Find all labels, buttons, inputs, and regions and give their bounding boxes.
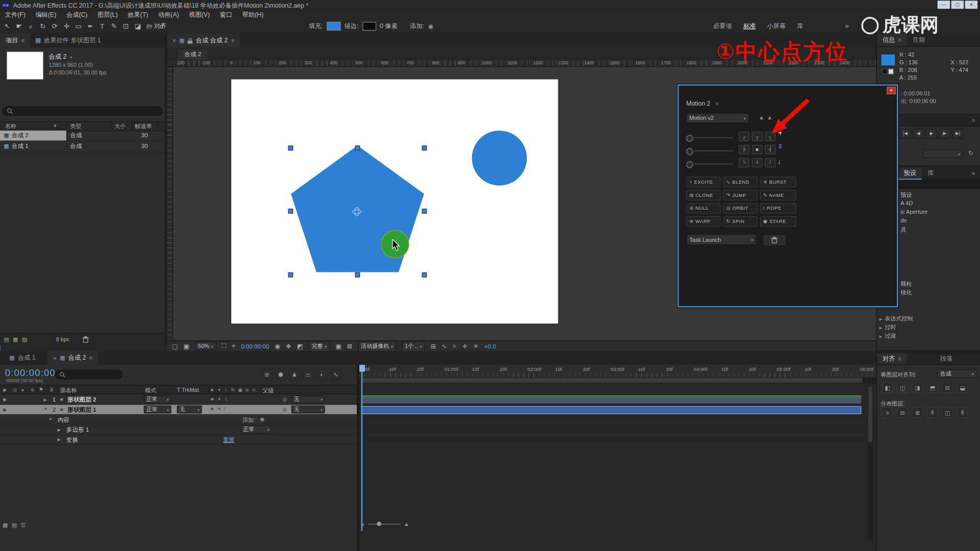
zoom-slider-track[interactable]: [368, 523, 401, 524]
project-row[interactable]: ▦合成 1合成30: [0, 141, 165, 152]
effects-item-fragment[interactable]: 锐化: [900, 289, 912, 297]
task-launch-select[interactable]: Task Launch ▾: [686, 234, 756, 245]
shape-tool-icon[interactable]: ▭: [72, 20, 84, 33]
current-time-indicator-head[interactable]: [359, 365, 365, 371]
show-snapshot-icon[interactable]: ❖: [286, 343, 291, 349]
trash-icon[interactable]: [82, 336, 88, 342]
clone-stamp-tool-icon[interactable]: ⊡: [120, 20, 132, 33]
motion-version-select[interactable]: Motion v2 ▾: [686, 113, 748, 123]
interpret-footage-icon[interactable]: ▤: [4, 336, 9, 342]
twirl-open-icon[interactable]: ▼: [49, 417, 53, 421]
transform-reset-link[interactable]: 重置: [223, 436, 234, 444]
distribute-bottom-icon[interactable]: ≣: [912, 407, 923, 418]
project-depth-label[interactable]: 8 bpc: [56, 336, 70, 342]
first-frame-button[interactable]: |◀: [899, 129, 911, 139]
composition-canvas[interactable]: [231, 80, 558, 324]
twirl-icon[interactable]: ▶: [879, 325, 883, 330]
motion-null-button[interactable]: ⊘NULL: [686, 203, 720, 214]
tab-composition-viewer[interactable]: × ▦ 合成 合成 2 ≡: [167, 34, 240, 47]
pan-behind-tool-icon[interactable]: ✛: [61, 20, 72, 33]
resolution-select[interactable]: 完整▾: [308, 341, 330, 352]
slider-knob[interactable]: [686, 148, 693, 155]
motion-slider[interactable]: [686, 147, 733, 155]
panel-menu-icon[interactable]: ≡: [715, 101, 718, 107]
pen-tool-icon[interactable]: ✒: [84, 20, 96, 33]
effects-item-fragment[interactable]: ic Aperture: [900, 209, 927, 215]
maximize-button[interactable]: ▢: [951, 1, 964, 9]
hand-tool-icon[interactable]: ☛: [13, 20, 25, 33]
create-folder-icon[interactable]: ▦: [13, 336, 18, 342]
motion-burst-button[interactable]: ✳BURST: [760, 177, 796, 188]
add-target-icon[interactable]: ◉: [260, 417, 264, 422]
workspace-2[interactable]: 小屏幕: [761, 22, 791, 31]
workspace-overflow[interactable]: »: [845, 22, 849, 30]
create-comp-icon[interactable]: ▨: [22, 336, 27, 342]
layer-mode-select[interactable]: 正常▾: [144, 395, 172, 404]
panel-menu-icon[interactable]: ≡: [21, 37, 24, 43]
distribute-left-icon[interactable]: ⫴: [927, 407, 938, 418]
slider-knob[interactable]: [686, 161, 693, 168]
twirl-closed-icon[interactable]: ▶: [58, 428, 61, 432]
grid-guides-icon[interactable]: ⌖: [232, 342, 235, 350]
layer-mode-select[interactable]: 正常▾: [144, 406, 172, 414]
stroke-swatch[interactable]: [362, 22, 376, 31]
layer2-duration-bar[interactable]: [361, 406, 862, 414]
motion-name-button[interactable]: ✎NAME: [760, 190, 796, 201]
composition-name[interactable]: 合成 2 ▾: [49, 53, 72, 61]
motion-clone-button[interactable]: ⊞CLONE: [686, 190, 720, 201]
distribute-center-h-icon[interactable]: ◫: [942, 407, 953, 418]
mini-flowchart-icon[interactable]: ⊞: [261, 369, 273, 380]
rotation-tool-icon[interactable]: ⟳: [49, 20, 61, 33]
timeline-layer-row[interactable]: ◉▼2★形状图层 1正常▾无▾♣✦∕◎无▾: [0, 405, 357, 415]
panel-menu-icon[interactable]: ≡: [972, 117, 975, 123]
menu-layer[interactable]: 图层(L): [92, 10, 122, 19]
motion-slider[interactable]: [686, 161, 733, 168]
column-type[interactable]: 类型: [70, 122, 81, 131]
label-color-icon[interactable]: ⚑: [39, 387, 43, 392]
motion-warp-button[interactable]: ≋WARP: [686, 216, 720, 227]
twirl-open-icon[interactable]: ▼: [44, 407, 47, 411]
motion-blur-icon[interactable]: ◐: [316, 369, 328, 380]
snapshot-icon[interactable]: ◉: [275, 343, 280, 349]
exposure-value[interactable]: +0.0: [484, 343, 496, 349]
anchor-middle-left-button[interactable]: ├: [739, 145, 749, 154]
effects-category[interactable]: ▶过时: [879, 323, 896, 332]
layer-parent-select[interactable]: 无▾: [291, 395, 325, 404]
menu-edit[interactable]: 编辑(E): [31, 10, 61, 19]
layer-parent-select[interactable]: 无▾: [291, 406, 325, 414]
timeline-scrollbar-thumb[interactable]: [868, 386, 873, 442]
project-row[interactable]: ▦合成 2合成30: [0, 131, 165, 141]
toggle-viewer-icon[interactable]: ▢: [172, 343, 178, 349]
menu-effect[interactable]: 效果(T): [122, 10, 153, 19]
exposure-icon[interactable]: ☀: [473, 343, 479, 349]
roi-icon[interactable]: ⛶: [222, 342, 227, 350]
anchor-top-left-button[interactable]: ┌: [739, 132, 749, 141]
tab-effect-controls[interactable]: 效果控件 形状图层 1: [30, 34, 107, 47]
region-of-interest-icon[interactable]: ▣: [335, 343, 341, 349]
orbit-camera-tool-icon[interactable]: ↻: [37, 20, 48, 33]
drop-arrow-icon[interactable]: ↓: [777, 157, 781, 165]
layer-trkmat-select[interactable]: 无▾: [177, 406, 202, 414]
tab-project[interactable]: 项目 ≡: [0, 34, 30, 47]
current-time-indicator-line[interactable]: [361, 365, 362, 531]
distribute-right-icon[interactable]: ⫴: [957, 407, 968, 418]
view-layout-select[interactable]: 1个...▾: [402, 341, 425, 352]
viewer-timecode[interactable]: 0:00:00:00: [241, 343, 269, 349]
solo-icon[interactable]: ●: [21, 387, 24, 392]
effects-item-fragment[interactable]: de: [900, 217, 906, 223]
twirl-icon[interactable]: ▶: [879, 334, 883, 339]
tab-comp2-timeline[interactable]: × ▦ 合成 2 ≡: [47, 351, 98, 365]
close-tab-icon[interactable]: ×: [173, 37, 176, 44]
menu-file[interactable]: 文件(F): [0, 10, 31, 19]
motion-blend-button[interactable]: ∿BLEND: [723, 177, 757, 188]
polygon-property-row[interactable]: ▶多边形 1正常▾: [0, 425, 357, 435]
flowchart-button-icon[interactable]: ✛: [462, 343, 467, 349]
twirl-closed-icon[interactable]: ▶: [44, 397, 47, 402]
align-bottom-icon[interactable]: ⬓: [957, 382, 968, 393]
minimize-button[interactable]: —: [938, 1, 950, 9]
contents-property-row[interactable]: ▼内容添加:◉: [0, 415, 357, 425]
pixel-aspect-icon[interactable]: ⊞: [431, 343, 436, 349]
effects-item-fragment[interactable]: 具: [900, 226, 906, 234]
anchor-center-button[interactable]: ■: [752, 145, 763, 154]
close-button[interactable]: ✕: [965, 1, 977, 9]
